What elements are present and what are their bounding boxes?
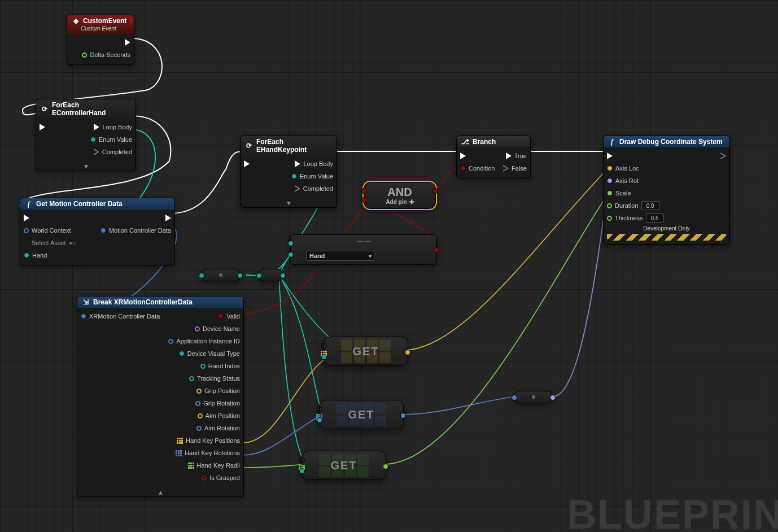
index-pin[interactable] (321, 354, 327, 360)
node-header[interactable]: ⇲ Break XRMotionControllerData (77, 296, 243, 308)
node-get-motion-controller-data[interactable]: f Get Motion Controller Data World Conte… (20, 198, 175, 265)
reroute-in[interactable] (256, 273, 262, 278)
app-id-pin[interactable]: Application Instance ID (168, 338, 240, 345)
aim-rotation-pin[interactable]: Aim Rotation (196, 425, 240, 431)
axis-loc-pin[interactable]: Axis Loc (607, 165, 639, 172)
exec-in-pin[interactable] (607, 152, 613, 159)
expand-toggle[interactable]: ▾ (36, 162, 136, 171)
hand-key-positions-pin[interactable]: Hand Key Positions (177, 437, 240, 444)
loop-body-pin[interactable]: Loop Body (94, 124, 132, 130)
collapse-toggle[interactable]: ▴ (77, 487, 243, 496)
device-name-pin[interactable]: Device Name (195, 325, 240, 332)
grip-rotation-pin[interactable]: Grip Rotation (195, 400, 240, 407)
loop-body-pin[interactable]: Loop Body (295, 160, 333, 167)
breakpoint-icon[interactable] (130, 18, 132, 24)
hand-key-radii-pin[interactable]: Hand Key Radii (188, 462, 240, 469)
node-header[interactable]: f Draw Debug Coordinate System (604, 136, 729, 147)
get-label: GET (352, 345, 379, 358)
node-header[interactable]: ⎇ Branch (457, 136, 530, 147)
struct-in-pin[interactable]: XRMotion Controller Data (81, 313, 160, 320)
enum-value-pin[interactable]: Enum Value (291, 173, 333, 180)
loop-icon: ⟳ (41, 105, 49, 113)
aim-position-pin[interactable]: Aim Position (198, 412, 240, 419)
enum-combo[interactable]: Hand (307, 249, 374, 261)
out-pin[interactable] (405, 350, 410, 355)
node-draw-debug-coordinate-system[interactable]: f Draw Debug Coordinate System Axis Loc … (603, 136, 730, 245)
completed-pin[interactable]: Completed (94, 149, 132, 155)
node-break-xrmotioncontrollerdata[interactable]: ⇲ Break XRMotionControllerData XRMotion … (77, 296, 244, 497)
dev-only-label: Development Only (607, 224, 726, 232)
motion-data-pin[interactable]: Motion Controller Data (100, 227, 171, 234)
exec-in-pin[interactable] (460, 152, 466, 159)
break-icon: ⇲ (82, 298, 90, 306)
true-pin[interactable]: True (506, 152, 527, 159)
add-pin-button[interactable]: Add pin✚ (386, 199, 413, 205)
node-title: Get Motion Controller Data (36, 200, 123, 208)
and-out-pin[interactable] (432, 188, 438, 194)
node-title: Draw Debug Coordinate System (619, 138, 723, 146)
and-in-pin-2[interactable] (361, 197, 367, 203)
world-context-pin[interactable]: World Context (24, 227, 71, 234)
node-foreach-handkeypoint[interactable]: ⟳ ForEach EHandKeypoint Loop Body Enum V… (240, 136, 337, 208)
reroute-in[interactable] (199, 273, 204, 278)
equal-in-pin-b[interactable] (288, 252, 294, 258)
exec-in-pin[interactable] (24, 215, 29, 221)
axis-rot-pin[interactable]: Axis Rot (607, 177, 639, 184)
node-custom-event[interactable]: ◈ CustomEvent Custom Event Delta Seconds (67, 15, 134, 65)
node-header[interactable]: f Get Motion Controller Data (20, 198, 174, 210)
hand-index-pin[interactable]: Hand Index (200, 363, 240, 369)
enum-value-pin[interactable]: Enum Value (90, 136, 132, 143)
select-asset-hint[interactable]: Select Asset ◂ ⌕ (24, 239, 76, 246)
index-pin[interactable] (299, 468, 305, 474)
get-label: GET (330, 459, 357, 472)
equal-out-pin[interactable] (434, 247, 439, 253)
thickness-input[interactable]: 0.5 (646, 213, 664, 223)
exec-out-pin[interactable] (165, 215, 171, 221)
valid-pin[interactable]: Valid (218, 313, 240, 320)
node-array-get-positions[interactable]: GET (324, 337, 408, 366)
function-icon: f (25, 200, 33, 208)
node-reroute-2[interactable] (259, 269, 283, 281)
duration-input[interactable]: 0.0 (641, 201, 659, 210)
hand-key-rotations-pin[interactable]: Hand Key Rotations (176, 450, 240, 456)
reroute-out[interactable] (237, 273, 243, 278)
scale-pin[interactable]: Scale (607, 190, 631, 197)
node-reroute-3[interactable] (514, 391, 553, 403)
visual-type-pin[interactable]: Device Visual Type (179, 350, 240, 357)
index-pin[interactable] (317, 417, 322, 423)
node-reroute-1[interactable] (201, 269, 241, 281)
hand-pin[interactable]: Hand (24, 252, 47, 259)
grip-position-pin[interactable]: Grip Position (196, 387, 240, 394)
exec-out-pin[interactable] (720, 152, 726, 159)
condition-pin[interactable]: Condition (460, 165, 495, 172)
node-array-get-radii[interactable]: GET (301, 451, 386, 480)
reroute-out[interactable] (280, 273, 286, 278)
delta-seconds-pin[interactable]: Delta Seconds (82, 51, 130, 58)
node-array-get-rotations[interactable]: GET (319, 400, 404, 429)
reroute-in[interactable] (512, 395, 517, 400)
tracking-status-pin[interactable]: Tracking Status (189, 375, 240, 382)
out-pin[interactable] (383, 464, 388, 469)
node-header[interactable]: ⟳ ForEach EControllerHand (36, 99, 136, 119)
and-label: AND (387, 186, 412, 199)
and-in-pin-1[interactable] (361, 188, 367, 194)
node-boolean-and[interactable]: AND Add pin✚ (364, 182, 436, 209)
out-pin[interactable] (400, 413, 406, 418)
node-foreach-controllerhand[interactable]: ⟳ ForEach EControllerHand Loop Body Enum… (36, 99, 136, 171)
loop-icon: ⟳ (245, 142, 253, 150)
completed-pin[interactable]: Completed (295, 185, 333, 192)
node-equal-enum[interactable]: — — Hand (290, 234, 437, 265)
expand-toggle[interactable]: ▾ (241, 198, 336, 207)
is-grasped-pin[interactable]: Is Grasped (202, 474, 240, 481)
exec-in-pin[interactable] (244, 160, 250, 167)
duration-pin[interactable]: Duration 0.0 (607, 201, 659, 210)
equal-in-pin-a[interactable] (288, 241, 294, 246)
node-header[interactable]: ⟳ ForEach EHandKeypoint (241, 136, 336, 155)
reroute-out[interactable] (550, 395, 556, 400)
node-header[interactable]: ◈ CustomEvent (67, 15, 134, 27)
exec-in-pin[interactable] (40, 124, 45, 130)
false-pin[interactable]: False (503, 165, 527, 172)
thickness-pin[interactable]: Thickness 0.5 (607, 213, 664, 223)
exec-out-pin[interactable] (125, 39, 130, 46)
node-branch[interactable]: ⎇ Branch True Condition False (456, 136, 531, 178)
